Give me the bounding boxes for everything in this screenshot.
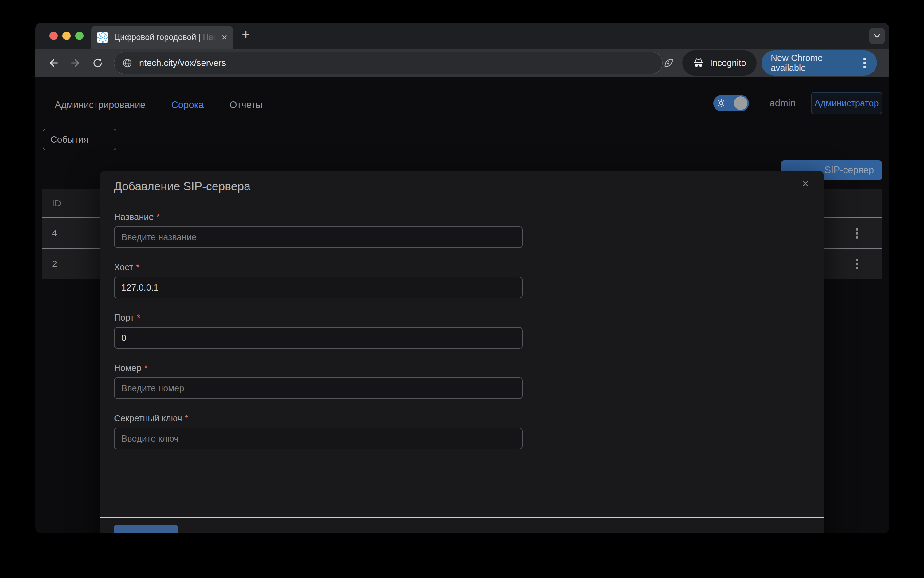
label-secret-key: Секретный ключ <box>114 413 182 423</box>
page-content: Администрирование Сорока Отчеты admin А <box>35 77 889 534</box>
role-button[interactable]: Администратор <box>811 92 882 114</box>
required-asterisk: * <box>137 313 140 323</box>
add-sip-server-modal: Добавление SIP-сервера × Название* Хост* <box>100 171 824 534</box>
incognito-icon <box>693 57 704 69</box>
url-input[interactable]: ntech.city/vox/servers <box>139 58 226 68</box>
chrome-update-label: New Chrome available <box>771 53 856 73</box>
modal-form: Название* Хост* Порт* <box>114 212 523 464</box>
tab-title: Цифровой городовой | Наст <box>114 32 218 42</box>
required-asterisk: * <box>136 262 140 272</box>
url-bar[interactable]: ntech.city/vox/servers <box>114 52 663 74</box>
row-menu-icon[interactable] <box>856 263 858 265</box>
table-header-id: ID <box>42 198 61 209</box>
globe-icon <box>122 58 132 68</box>
site-favicon-icon <box>97 32 109 43</box>
window-zoom-button[interactable] <box>75 32 84 40</box>
tab-close-icon[interactable]: × <box>221 32 227 42</box>
tab-events[interactable]: События <box>43 129 96 149</box>
label-number: Номер <box>114 363 141 373</box>
label-host: Хост <box>114 262 133 272</box>
nav-divider <box>42 121 882 121</box>
host-input[interactable] <box>114 277 523 298</box>
browser-window: Цифровой городовой | Наст × + <box>35 23 889 534</box>
back-button[interactable] <box>48 57 59 69</box>
window-close-button[interactable] <box>49 32 58 40</box>
label-port: Порт <box>114 313 134 323</box>
modal-footer-divider <box>100 517 824 518</box>
tab-search-button[interactable] <box>869 28 885 44</box>
toggle-knob <box>734 96 747 110</box>
chrome-update-button[interactable]: New Chrome available <box>762 50 877 76</box>
required-asterisk: * <box>157 212 160 222</box>
modal-close-icon[interactable]: × <box>798 176 813 191</box>
required-asterisk: * <box>185 413 188 423</box>
submit-button[interactable]: Добавить <box>114 525 178 534</box>
incognito-label: Incognito <box>710 58 746 68</box>
browser-toolbar: ntech.city/vox/servers Incognito New Chr… <box>35 49 889 77</box>
user-cluster: admin Администратор <box>713 92 882 114</box>
name-input[interactable] <box>114 226 523 248</box>
row-menu-icon[interactable] <box>856 232 858 235</box>
new-tab-button[interactable]: + <box>242 27 250 41</box>
forward-button[interactable] <box>70 57 81 69</box>
incognito-badge: Incognito <box>682 50 757 76</box>
performance-leaf-icon[interactable] <box>663 57 674 69</box>
field-label: Хост* <box>114 262 523 273</box>
required-asterisk: * <box>144 363 148 373</box>
window-controls <box>49 32 84 40</box>
label-name: Название <box>114 212 154 222</box>
tab-group: События <box>43 129 117 150</box>
tab-strip: Цифровой городовой | Наст × + <box>35 23 889 49</box>
secret-key-input[interactable] <box>114 428 523 449</box>
field-label: Номер* <box>114 363 523 373</box>
number-input[interactable] <box>114 377 523 399</box>
main-nav: Администрирование Сорока Отчеты <box>55 99 262 110</box>
browser-menu-icon[interactable] <box>864 62 866 64</box>
field-label: Название* <box>114 212 523 222</box>
nav-item-reports[interactable]: Отчеты <box>229 99 262 110</box>
nav-item-administration[interactable]: Администрирование <box>55 99 146 110</box>
field-label: Порт* <box>114 313 523 323</box>
reload-button[interactable] <box>92 57 104 69</box>
cell-id: 2 <box>42 258 57 269</box>
field-label: Секретный ключ* <box>114 413 523 424</box>
browser-tab[interactable]: Цифровой городовой | Наст × <box>91 26 234 49</box>
window-minimize-button[interactable] <box>62 32 71 40</box>
modal-title: Добавление SIP-сервера <box>114 180 250 193</box>
sun-icon <box>716 98 726 108</box>
theme-toggle[interactable] <box>713 95 749 112</box>
port-input[interactable] <box>114 327 523 349</box>
nav-item-soroka[interactable]: Сорока <box>171 99 204 110</box>
chevron-down-icon <box>872 31 882 41</box>
cell-id: 4 <box>42 228 57 238</box>
username-label: admin <box>770 97 796 109</box>
